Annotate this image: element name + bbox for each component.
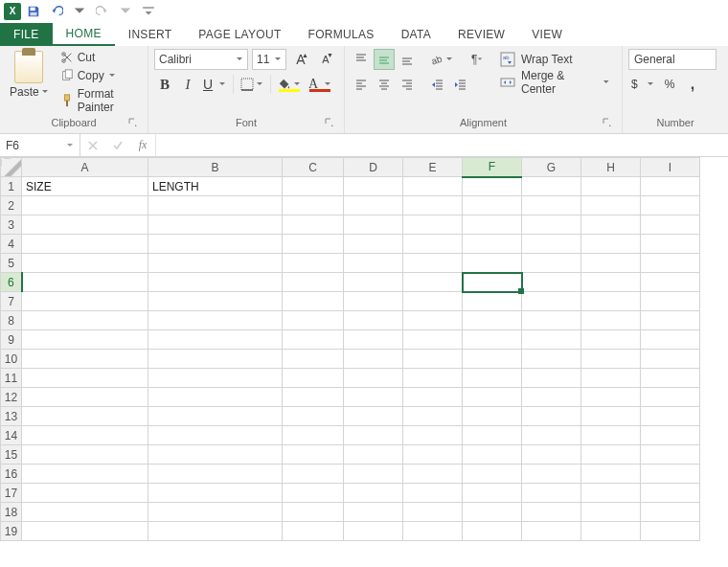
cell[interactable] xyxy=(522,522,581,541)
save-button[interactable] xyxy=(23,1,44,22)
italic-button[interactable]: I xyxy=(177,74,198,95)
row-header[interactable]: 8 xyxy=(1,311,22,330)
cell[interactable] xyxy=(148,426,283,445)
cell[interactable] xyxy=(641,254,700,273)
cell[interactable] xyxy=(344,235,403,254)
cell[interactable] xyxy=(148,215,283,235)
cell[interactable] xyxy=(463,273,522,292)
font-color-button[interactable]: A xyxy=(306,74,334,95)
cell[interactable] xyxy=(344,196,403,215)
cell[interactable] xyxy=(148,235,283,254)
cell[interactable] xyxy=(463,330,522,350)
cell[interactable] xyxy=(148,503,283,522)
clipboard-dialog-launcher[interactable] xyxy=(128,118,140,129)
cell[interactable] xyxy=(403,350,463,369)
redo-dropdown[interactable] xyxy=(115,1,136,22)
fill-color-button[interactable] xyxy=(275,74,304,95)
cell[interactable] xyxy=(22,503,148,522)
column-header[interactable]: A xyxy=(22,158,148,177)
cell[interactable] xyxy=(403,369,463,388)
cell[interactable] xyxy=(463,350,522,369)
merge-center-button[interactable]: Merge & Center xyxy=(494,72,616,93)
cell[interactable] xyxy=(403,330,463,350)
cell[interactable] xyxy=(22,369,148,388)
cell[interactable] xyxy=(148,330,283,350)
cell[interactable] xyxy=(283,407,344,426)
cell[interactable] xyxy=(522,330,581,350)
cell[interactable] xyxy=(403,235,463,254)
cell[interactable] xyxy=(522,503,581,522)
cell[interactable] xyxy=(522,292,581,311)
row-header[interactable]: 14 xyxy=(1,426,22,445)
row-header[interactable]: 7 xyxy=(1,292,22,311)
cell[interactable] xyxy=(283,177,344,196)
cell[interactable] xyxy=(641,330,700,350)
cell[interactable] xyxy=(22,465,148,484)
cell[interactable] xyxy=(463,407,522,426)
orientation-button[interactable]: ab xyxy=(427,49,456,70)
cell[interactable] xyxy=(22,522,148,541)
row-header[interactable]: 15 xyxy=(1,445,22,465)
spreadsheet-grid[interactable]: ABCDEFGHI1SIZELENGTH23456789101112131415… xyxy=(0,157,728,567)
cell[interactable] xyxy=(581,350,641,369)
fx-icon[interactable]: fx xyxy=(130,138,155,152)
column-header[interactable]: I xyxy=(641,158,700,177)
cell[interactable] xyxy=(283,292,344,311)
cell[interactable] xyxy=(403,407,463,426)
cell[interactable] xyxy=(522,484,581,503)
column-header[interactable]: D xyxy=(344,158,403,177)
cell[interactable] xyxy=(641,503,700,522)
select-all-corner[interactable] xyxy=(1,158,22,177)
cell[interactable] xyxy=(344,503,403,522)
cell[interactable] xyxy=(463,196,522,215)
cell[interactable] xyxy=(22,273,148,292)
percent-format-button[interactable]: % xyxy=(659,74,680,95)
cell[interactable] xyxy=(641,388,700,407)
cell[interactable] xyxy=(641,215,700,235)
column-header[interactable]: E xyxy=(403,158,463,177)
cell[interactable] xyxy=(344,522,403,541)
cell[interactable] xyxy=(22,254,148,273)
row-header[interactable]: 16 xyxy=(1,465,22,484)
cell[interactable] xyxy=(148,350,283,369)
cell[interactable] xyxy=(22,292,148,311)
cell[interactable] xyxy=(581,330,641,350)
cell[interactable] xyxy=(344,215,403,235)
cell[interactable] xyxy=(22,426,148,445)
cell[interactable] xyxy=(463,388,522,407)
borders-button[interactable] xyxy=(238,74,266,95)
cell[interactable] xyxy=(581,215,641,235)
cell[interactable] xyxy=(463,445,522,465)
cell[interactable] xyxy=(522,369,581,388)
cell[interactable] xyxy=(463,177,522,196)
undo-dropdown[interactable] xyxy=(69,1,90,22)
cell[interactable] xyxy=(581,465,641,484)
cell[interactable] xyxy=(22,196,148,215)
decrease-indent-button[interactable] xyxy=(427,74,448,95)
wrap-text-button[interactable]: ab Wrap Text xyxy=(494,49,616,70)
cell[interactable] xyxy=(641,426,700,445)
tab-formulas[interactable]: FORMULAS xyxy=(295,23,388,46)
undo-button[interactable] xyxy=(46,1,67,22)
cell[interactable] xyxy=(403,445,463,465)
row-header[interactable]: 3 xyxy=(1,215,22,235)
cell[interactable] xyxy=(463,522,522,541)
cell[interactable] xyxy=(522,273,581,292)
cell[interactable] xyxy=(581,426,641,445)
cell[interactable] xyxy=(148,484,283,503)
cell[interactable] xyxy=(522,311,581,330)
cell[interactable] xyxy=(344,426,403,445)
tab-file[interactable]: FILE xyxy=(0,23,53,46)
cell[interactable] xyxy=(522,177,581,196)
cell[interactable] xyxy=(148,369,283,388)
cell[interactable] xyxy=(344,407,403,426)
cell[interactable] xyxy=(22,215,148,235)
cell[interactable] xyxy=(283,388,344,407)
tab-page-layout[interactable]: PAGE LAYOUT xyxy=(185,23,294,46)
number-format-select[interactable]: General xyxy=(628,49,717,70)
cell[interactable] xyxy=(641,273,700,292)
cell[interactable] xyxy=(522,426,581,445)
cell[interactable] xyxy=(148,388,283,407)
cell[interactable] xyxy=(403,311,463,330)
cell[interactable] xyxy=(283,503,344,522)
